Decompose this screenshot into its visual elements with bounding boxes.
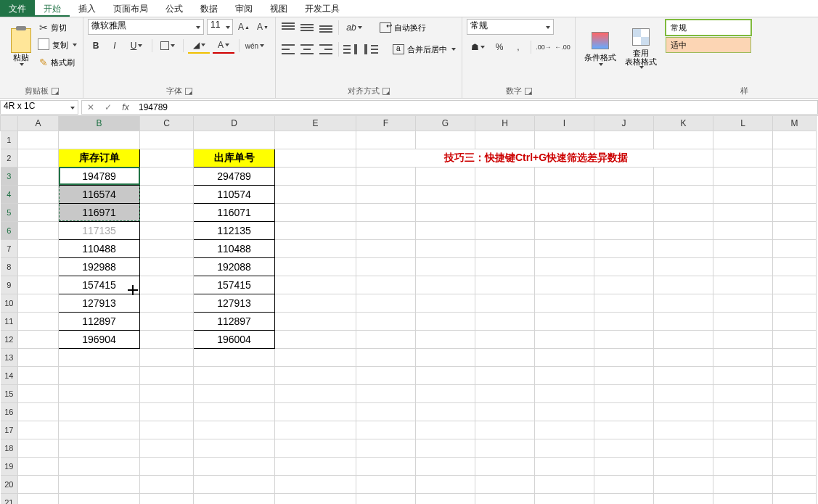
row-header-18[interactable]: 18 (1, 439, 18, 457)
cell-J18[interactable] (594, 439, 654, 457)
cell-E11[interactable] (275, 312, 356, 330)
cell-B5[interactable]: 116971 (59, 203, 140, 221)
cell-A11[interactable] (18, 312, 59, 330)
cell-M4[interactable] (773, 185, 817, 203)
cell-B1[interactable] (59, 131, 140, 149)
column-header-F[interactable]: F (356, 116, 416, 131)
cell-H12[interactable] (475, 330, 535, 348)
merge-center-button[interactable]: 合并后居中 (391, 41, 457, 58)
select-all-corner[interactable] (1, 116, 18, 131)
cell-I6[interactable] (535, 221, 594, 239)
cell-D13[interactable] (194, 348, 275, 366)
cell-M16[interactable] (773, 402, 817, 421)
font-color-button[interactable]: A (213, 38, 234, 54)
cell-H18[interactable] (475, 439, 535, 457)
cell-G19[interactable] (416, 457, 475, 475)
cell-K10[interactable] (654, 294, 713, 312)
cell-G12[interactable] (416, 330, 475, 348)
dialog-launcher-icon[interactable] (52, 88, 59, 95)
cell-C12[interactable] (140, 330, 194, 348)
row-header-15[interactable]: 15 (1, 384, 18, 402)
cell-K15[interactable] (654, 384, 713, 402)
align-center-button[interactable] (299, 41, 315, 57)
column-header-G[interactable]: G (416, 116, 475, 131)
grow-font-button[interactable]: A (236, 19, 252, 35)
cell-C18[interactable] (140, 439, 194, 457)
cell-C9[interactable] (140, 276, 194, 294)
cell-L4[interactable] (713, 185, 773, 203)
cell-M1[interactable] (773, 131, 817, 149)
cell-F15[interactable] (356, 384, 416, 402)
cell-G1[interactable] (416, 131, 475, 149)
cell-F8[interactable] (356, 257, 416, 276)
cell-F16[interactable] (356, 402, 416, 421)
number-format-select[interactable]: 常规 (467, 19, 554, 35)
row-header-17[interactable]: 17 (1, 421, 18, 439)
cell-L7[interactable] (713, 239, 773, 257)
cell-B4[interactable]: 116574 (59, 185, 140, 203)
cell-K7[interactable] (654, 239, 713, 257)
cell-B20[interactable] (59, 475, 140, 493)
cell-F10[interactable] (356, 294, 416, 312)
tab-file[interactable]: 文件 (0, 0, 35, 17)
cell-B12[interactable]: 196904 (59, 330, 140, 348)
cell-K3[interactable] (654, 167, 713, 185)
cell-F2[interactable]: 技巧三：快捷键Ctrl+G快速筛选差异数据 (356, 149, 713, 167)
decrease-indent-button[interactable] (343, 41, 359, 57)
cell-F11[interactable] (356, 312, 416, 330)
cell-D3[interactable]: 294789 (194, 167, 275, 185)
cell-G18[interactable] (416, 439, 475, 457)
cell-C19[interactable] (140, 457, 194, 475)
cell-A10[interactable] (18, 294, 59, 312)
cell-F18[interactable] (356, 439, 416, 457)
name-box[interactable]: 4R x 1C (0, 100, 78, 115)
cell-L18[interactable] (713, 439, 773, 457)
cell-L5[interactable] (713, 203, 773, 221)
cell-A2[interactable] (18, 149, 59, 167)
cell-D16[interactable] (194, 402, 275, 421)
cell-G4[interactable] (416, 185, 475, 203)
cell-H17[interactable] (475, 421, 535, 439)
underline-button[interactable]: U (126, 38, 147, 54)
insert-function-button[interactable]: fx (117, 102, 134, 112)
cell-G5[interactable] (416, 203, 475, 221)
align-bottom-button[interactable] (318, 20, 334, 36)
cell-K16[interactable] (654, 402, 713, 421)
cell-I4[interactable] (535, 185, 594, 203)
cell-A1[interactable] (18, 131, 59, 149)
cell-I1[interactable] (535, 131, 594, 149)
cell-F12[interactable] (356, 330, 416, 348)
cell-D21[interactable] (194, 493, 275, 504)
cell-H3[interactable] (475, 167, 535, 185)
cancel-formula-button[interactable]: ✕ (82, 102, 99, 112)
cell-A14[interactable] (18, 366, 59, 384)
column-header-L[interactable]: L (713, 116, 773, 131)
tab-view[interactable]: 视图 (261, 0, 296, 17)
cell-B8[interactable]: 192988 (59, 257, 140, 276)
cell-H19[interactable] (475, 457, 535, 475)
cell-F1[interactable] (356, 131, 416, 149)
cell-G20[interactable] (416, 475, 475, 493)
cell-J19[interactable] (594, 457, 654, 475)
shrink-font-button[interactable]: A (255, 19, 271, 35)
cell-G3[interactable] (416, 167, 475, 185)
cell-H1[interactable] (475, 131, 535, 149)
increase-decimal-button[interactable]: .00→ (536, 39, 552, 55)
cell-J21[interactable] (594, 493, 654, 504)
cell-A4[interactable] (18, 185, 59, 203)
cell-J7[interactable] (594, 239, 654, 257)
cell-E17[interactable] (275, 421, 356, 439)
cell-H11[interactable] (475, 312, 535, 330)
cell-K6[interactable] (654, 221, 713, 239)
tab-review[interactable]: 审阅 (226, 0, 261, 17)
cell-M18[interactable] (773, 439, 817, 457)
cell-I20[interactable] (535, 475, 594, 493)
cell-M3[interactable] (773, 167, 817, 185)
cell-I7[interactable] (535, 239, 594, 257)
cell-G10[interactable] (416, 294, 475, 312)
copy-button[interactable]: 复制 (38, 36, 78, 54)
fill-color-button[interactable]: ◢ (188, 38, 210, 54)
cell-H15[interactable] (475, 384, 535, 402)
cell-M10[interactable] (773, 294, 817, 312)
cell-L14[interactable] (713, 366, 773, 384)
